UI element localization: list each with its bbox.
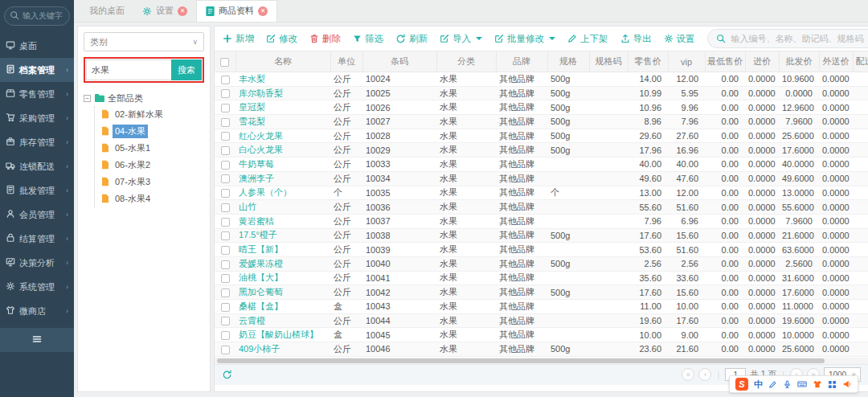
row-checkbox[interactable] bbox=[221, 246, 230, 255]
column-header[interactable]: vip bbox=[668, 51, 705, 72]
row-checkbox[interactable] bbox=[221, 346, 230, 354]
toolbar-button[interactable]: 设置 bbox=[664, 33, 695, 45]
microphone-icon[interactable] bbox=[783, 380, 792, 389]
table-row[interactable]: 黄岩蜜桔 公斤 10037 水果 其他品牌 7.96 6.96 0.00 0.0… bbox=[215, 214, 868, 228]
column-header[interactable]: 条码 bbox=[362, 51, 436, 72]
column-header[interactable]: 分类 bbox=[436, 51, 496, 72]
table-row[interactable]: 奶豆【酸奶山楂球】 盒 10045 水果 其他品牌 10.00 9.00 0.0… bbox=[215, 328, 868, 342]
product-name-link[interactable]: 白心火龙果 bbox=[239, 145, 283, 154]
ime-mode-toggle[interactable]: 中 bbox=[754, 379, 763, 391]
sidebar-item[interactable]: 档案管理 › bbox=[0, 58, 74, 82]
sidebar-item[interactable]: 会员管理 › bbox=[0, 203, 74, 227]
product-name-link[interactable]: 皇冠梨 bbox=[239, 102, 265, 112]
table-row[interactable]: 皇冠梨 公斤 10026 水果 其他品牌 500g 10.96 9.96 0.0… bbox=[215, 100, 868, 115]
sidebar-item[interactable]: 系统管理 › bbox=[0, 275, 74, 299]
tab[interactable]: 我的桌面 bbox=[80, 0, 133, 22]
column-header[interactable]: 品牌 bbox=[496, 51, 547, 72]
row-checkbox[interactable] bbox=[221, 289, 230, 297]
toolbar-button[interactable]: 刷新 bbox=[395, 33, 428, 45]
product-name-link[interactable]: 雪花梨 bbox=[239, 117, 265, 126]
skin-icon[interactable] bbox=[813, 379, 822, 389]
row-checkbox[interactable] bbox=[221, 331, 230, 340]
tree-item[interactable]: 06-水果2 bbox=[101, 157, 204, 174]
column-header[interactable]: 零售价 bbox=[628, 51, 668, 72]
table-row[interactable]: 库尔勒香梨 公斤 10025 水果 其他品牌 500g 10.99 5.95 0… bbox=[215, 86, 868, 100]
product-name-link[interactable]: 山竹 bbox=[239, 202, 256, 211]
toolbar-button[interactable]: 筛选 bbox=[353, 33, 383, 45]
table-row[interactable]: 晴王【新】 公斤 10039 水果 其他品牌 53.60 51.60 0.00 … bbox=[215, 243, 868, 257]
product-name-link[interactable]: 409小柿子 bbox=[239, 344, 280, 354]
product-name-link[interactable]: 晴王【新】 bbox=[239, 244, 283, 254]
row-checkbox[interactable] bbox=[221, 161, 230, 170]
prev-page-button[interactable]: ‹ bbox=[698, 368, 711, 381]
row-checkbox[interactable] bbox=[221, 76, 230, 84]
refresh-icon[interactable] bbox=[222, 370, 232, 380]
sidebar-item[interactable]: 微商店 › bbox=[0, 299, 74, 323]
category-type-select[interactable]: 类别 ∨ bbox=[84, 32, 204, 51]
product-name-link[interactable]: 库尔勒香梨 bbox=[239, 88, 283, 98]
sidebar-item[interactable]: 批发管理 › bbox=[0, 178, 74, 203]
row-checkbox[interactable] bbox=[221, 104, 230, 113]
product-search-box[interactable]: 输入编号、名称、助记码、规格码 搜索 bbox=[707, 29, 868, 48]
ime-logo[interactable]: S bbox=[735, 378, 748, 391]
toolbar-button[interactable]: 导入 bbox=[440, 33, 482, 45]
column-header[interactable]: 最低售价 bbox=[705, 51, 745, 72]
row-checkbox[interactable] bbox=[221, 146, 230, 155]
sidebar-item[interactable]: 决策分析 › bbox=[0, 251, 74, 275]
product-name-link[interactable]: 澳洲李子 bbox=[239, 174, 274, 183]
sidebar-item[interactable]: 库存管理 › bbox=[0, 130, 74, 154]
row-checkbox[interactable] bbox=[221, 260, 230, 269]
product-name-link[interactable]: 黄岩蜜桔 bbox=[239, 216, 274, 226]
row-checkbox[interactable] bbox=[221, 174, 230, 183]
toolbar-button[interactable]: 导出 bbox=[620, 33, 652, 45]
scrollbar-thumb[interactable] bbox=[217, 358, 825, 363]
row-checkbox[interactable] bbox=[221, 132, 230, 141]
pen-icon[interactable] bbox=[768, 380, 777, 389]
row-checkbox[interactable] bbox=[221, 303, 230, 312]
toolbar-button[interactable]: 批量修改 bbox=[494, 33, 555, 45]
table-row[interactable]: 山竹 公斤 10036 水果 其他品牌 55.60 51.60 0.00 0.0… bbox=[215, 200, 868, 215]
close-icon[interactable]: ✕ bbox=[258, 6, 268, 16]
row-checkbox[interactable] bbox=[221, 231, 230, 240]
table-row[interactable]: 牛奶草莓 公斤 10033 水果 其他品牌 40.00 40.00 0.00 0… bbox=[215, 158, 868, 172]
horizontal-scrollbar[interactable] bbox=[215, 358, 868, 364]
table-row[interactable]: 人参果（个） 个 10035 水果 其他品牌 个 13.00 12.00 0.0… bbox=[215, 186, 868, 200]
row-checkbox[interactable] bbox=[221, 203, 230, 212]
table-row[interactable]: 丰水梨 公斤 10024 水果 其他品牌 500g 14.00 12.00 0.… bbox=[215, 72, 868, 87]
tab[interactable]: 设置 ✕ bbox=[133, 0, 196, 22]
select-all-checkbox[interactable] bbox=[220, 58, 229, 67]
close-icon[interactable]: ✕ bbox=[178, 6, 187, 16]
tree-item[interactable]: 05-水果1 bbox=[101, 140, 204, 157]
sidebar-item[interactable]: 桌面 bbox=[0, 34, 74, 58]
product-name-link[interactable]: 丰水梨 bbox=[239, 74, 265, 84]
table-row[interactable]: 白心火龙果 公斤 10029 水果 其他品牌 500g 17.96 16.96 … bbox=[215, 143, 868, 158]
sidebar-item[interactable]: 结算管理 › bbox=[0, 227, 74, 251]
table-row[interactable]: 澳洲李子 公斤 10034 水果 其他品牌 49.60 47.60 0.00 0… bbox=[215, 171, 868, 186]
toolbar-button[interactable]: 修改 bbox=[266, 33, 297, 45]
product-name-link[interactable]: 爱媛果冻橙 bbox=[239, 259, 283, 268]
product-name-link[interactable]: 油桃【大】 bbox=[239, 272, 283, 282]
row-checkbox[interactable] bbox=[221, 118, 230, 127]
table-row[interactable]: 云霄橙 公斤 10044 水果 其他品牌 19.60 17.60 0.00 0.… bbox=[215, 313, 868, 328]
product-name-link[interactable]: 奶豆【酸奶山楂球】 bbox=[239, 329, 318, 339]
first-page-button[interactable]: « bbox=[682, 368, 694, 381]
product-name-link[interactable]: 17.5°橙子 bbox=[239, 230, 277, 239]
product-name-link[interactable]: 牛奶草莓 bbox=[239, 159, 274, 169]
product-name-link[interactable]: 人参果（个） bbox=[239, 187, 292, 197]
toolbar-button[interactable]: 上下架 bbox=[567, 33, 608, 45]
announcement-icon[interactable] bbox=[842, 379, 852, 389]
table-row[interactable]: 红心火龙果 公斤 10028 水果 其他品牌 500g 29.60 27.60 … bbox=[215, 129, 868, 143]
sidebar-item[interactable]: 零售管理 › bbox=[0, 82, 74, 106]
tab[interactable]: 商品资料 ✕ bbox=[196, 0, 277, 22]
tree-item[interactable]: 08-水果4 bbox=[101, 190, 204, 207]
category-search-button[interactable]: 搜索 bbox=[171, 59, 202, 80]
tree-root-all-categories[interactable]: − 全部品类 bbox=[84, 90, 204, 106]
row-checkbox[interactable] bbox=[221, 274, 230, 283]
row-checkbox[interactable] bbox=[221, 89, 230, 98]
table-row[interactable]: 桑椹【盒】 盒 10043 水果 其他品牌 11.00 10.00 0.00 0… bbox=[215, 300, 868, 314]
column-header[interactable]: 规格码 bbox=[589, 51, 628, 72]
toolbar-button[interactable]: 新增 bbox=[223, 33, 254, 45]
tree-collapse-icon[interactable]: − bbox=[84, 95, 91, 102]
table-row[interactable]: 黑加仑葡萄 公斤 10042 水果 其他品牌 500g 17.60 15.60 … bbox=[215, 285, 868, 300]
column-header[interactable]: 规格 bbox=[547, 51, 589, 72]
